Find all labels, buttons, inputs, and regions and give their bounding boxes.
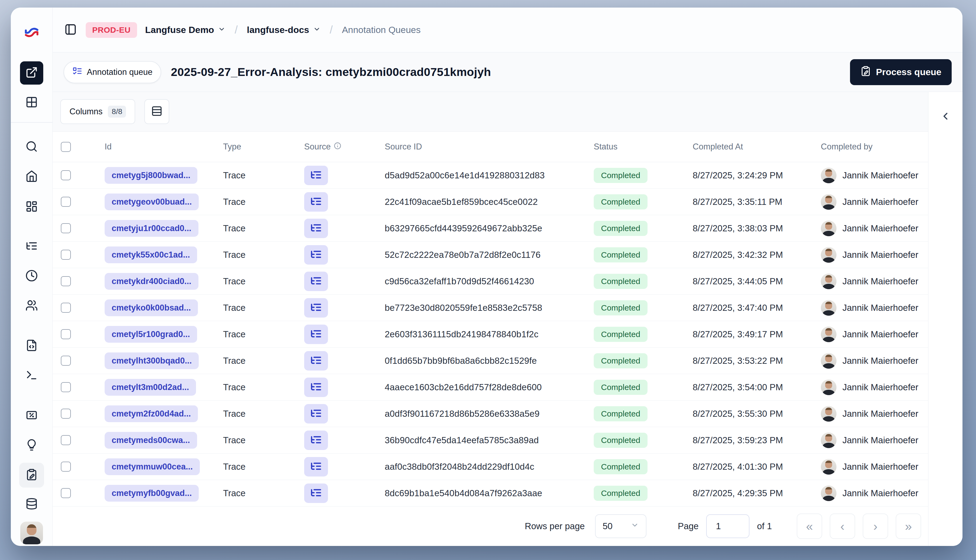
- lightbulb-icon: [25, 438, 38, 452]
- row-id-link[interactable]: cmetym2fz00d4ad...: [105, 405, 198, 422]
- sidebar-item-tracing[interactable]: [19, 234, 44, 259]
- open-in-new-button[interactable]: [20, 62, 43, 85]
- table-row[interactable]: cmetyl5r100grad0... Trace 2e603f31361115…: [53, 321, 928, 348]
- row-completed-by: Jannik Maierhoefer: [843, 170, 918, 180]
- previous-page-button[interactable]: ‹: [830, 513, 855, 539]
- trace-source-button[interactable]: [304, 166, 328, 185]
- trace-source-button[interactable]: [304, 325, 328, 344]
- row-checkbox[interactable]: [61, 197, 71, 207]
- trace-source-button[interactable]: [304, 192, 328, 212]
- header-completed-at[interactable]: Completed At: [692, 142, 821, 152]
- table-row[interactable]: cmetyju1r00ccad0... Trace b63297665cfd44…: [53, 215, 928, 242]
- page-number-input[interactable]: [706, 514, 749, 538]
- breadcrumb-project[interactable]: langfuse-docs: [247, 25, 320, 35]
- sidebar-item-annotation-queues[interactable]: [19, 463, 44, 488]
- sidebar-item-playground[interactable]: [19, 363, 44, 388]
- header-source[interactable]: Source: [304, 142, 385, 152]
- row-checkbox[interactable]: [61, 408, 71, 418]
- process-queue-button[interactable]: Process queue: [850, 59, 952, 85]
- trace-source-button[interactable]: [304, 430, 328, 450]
- row-id-link[interactable]: cmetylt3m00d2ad...: [105, 379, 196, 396]
- row-id-link[interactable]: cmetyk55x00c1ad...: [105, 247, 197, 263]
- table-row[interactable]: cmetykdr400ciad0... Trace c9d56ca32efaff…: [53, 268, 928, 295]
- sidebar-item-dashboards[interactable]: [19, 195, 44, 220]
- trace-source-button[interactable]: [304, 298, 328, 318]
- row-checkbox[interactable]: [61, 462, 71, 472]
- row-checkbox[interactable]: [61, 356, 71, 366]
- row-checkbox[interactable]: [61, 223, 71, 233]
- collapse-panel-button[interactable]: [936, 107, 955, 127]
- header-id[interactable]: Id: [105, 142, 223, 152]
- header-status[interactable]: Status: [594, 142, 692, 152]
- table-row[interactable]: cmetymeds00cwa... Trace 36b90cdfc47e5da1…: [53, 427, 928, 453]
- row-checkbox[interactable]: [61, 382, 71, 392]
- columns-button[interactable]: Columns 8/8: [60, 99, 135, 124]
- row-id-link[interactable]: cmetyl5r100grad0...: [105, 326, 197, 343]
- row-checkbox[interactable]: [61, 303, 71, 313]
- row-checkbox[interactable]: [61, 276, 71, 286]
- environment-badge[interactable]: PROD-EU: [86, 22, 137, 38]
- trace-source-button[interactable]: [304, 483, 328, 503]
- row-id-link[interactable]: cmetykdr400ciad0...: [105, 273, 199, 290]
- row-checkbox[interactable]: [61, 435, 71, 445]
- table-row[interactable]: cmetymmuw00cea... Trace aaf0c38db0f3f204…: [53, 453, 928, 480]
- sidebar-item-datasets[interactable]: [19, 492, 44, 517]
- row-checkbox[interactable]: [61, 170, 71, 180]
- user-avatar: [821, 300, 836, 316]
- row-checkbox[interactable]: [61, 488, 71, 498]
- row-completed-by: Jannik Maierhoefer: [843, 462, 918, 472]
- table-row[interactable]: cmetyg5j800bwad... Trace d5ad9d52a00c6e1…: [53, 162, 928, 188]
- trace-source-button[interactable]: [304, 351, 328, 370]
- info-icon[interactable]: [334, 142, 341, 152]
- row-id-link[interactable]: cmetymmuw00cea...: [105, 458, 200, 475]
- select-all-checkbox[interactable]: [61, 142, 71, 152]
- langfuse-logo-icon: [24, 27, 39, 38]
- table-row[interactable]: cmetym2fz00d4ad... Trace a0df3f901167218…: [53, 400, 928, 427]
- external-link-icon: [25, 66, 38, 80]
- row-id-link[interactable]: cmetyko0k00bsad...: [105, 300, 198, 316]
- table-row[interactable]: cmetyk55x00c1ad... Trace 52c72c2222ea78e…: [53, 242, 928, 268]
- trace-source-button[interactable]: [304, 245, 328, 265]
- sidebar-toggle-button[interactable]: [63, 23, 78, 37]
- chevron-left-icon: ‹: [840, 520, 844, 532]
- table-row[interactable]: cmetymyfb00gvad... Trace 8dc69b1ba1e540b…: [53, 480, 928, 507]
- row-id-link[interactable]: cmetyg5j800bwad...: [105, 167, 197, 184]
- row-checkbox[interactable]: [61, 250, 71, 260]
- breadcrumb-section[interactable]: Annotation Queues: [342, 25, 421, 35]
- sidebar-item-users[interactable]: [19, 293, 44, 318]
- breadcrumb-org[interactable]: Langfuse Demo: [145, 25, 225, 35]
- trace-source-button[interactable]: [304, 404, 328, 423]
- trace-source-button[interactable]: [304, 272, 328, 291]
- table-row[interactable]: cmetyko0k00bsad... Trace be7723e30d80205…: [53, 295, 928, 321]
- table-row[interactable]: cmetygeov00buad... Trace 22c41f09acae5b1…: [53, 188, 928, 215]
- row-type: Trace: [223, 382, 245, 392]
- row-id-link[interactable]: cmetylht300bqad0...: [105, 352, 199, 369]
- row-id-link[interactable]: cmetyju1r00ccad0...: [105, 220, 199, 237]
- trace-source-button[interactable]: [304, 457, 328, 477]
- row-id-link[interactable]: cmetymyfb00gvad...: [105, 485, 199, 502]
- header-source-id[interactable]: Source ID: [385, 142, 594, 152]
- header-type[interactable]: Type: [223, 142, 304, 152]
- table-row[interactable]: cmetylht300bqad0... Trace 0f1dd65b7bb9bf…: [53, 348, 928, 374]
- row-height-button[interactable]: [144, 99, 169, 124]
- sidebar-item-search[interactable]: [19, 135, 44, 160]
- last-page-button[interactable]: »: [896, 513, 921, 539]
- row-id-link[interactable]: cmetygeov00buad...: [105, 193, 199, 210]
- sidebar-item-table-view[interactable]: [19, 90, 44, 115]
- next-page-button[interactable]: ›: [863, 513, 888, 539]
- row-id-link[interactable]: cmetymeds00cwa...: [105, 432, 197, 448]
- annotation-queue-badge[interactable]: Annotation queue: [63, 61, 161, 83]
- sidebar-item-insights[interactable]: [19, 433, 44, 458]
- trace-source-button[interactable]: [304, 218, 328, 238]
- header-completed-by[interactable]: Completed by: [821, 142, 928, 152]
- row-checkbox[interactable]: [61, 329, 71, 339]
- first-page-button[interactable]: «: [797, 513, 822, 539]
- trace-source-button[interactable]: [304, 378, 328, 397]
- sidebar-item-prompts[interactable]: [19, 333, 44, 358]
- sidebar-item-evaluation[interactable]: [19, 403, 44, 428]
- sidebar-item-home[interactable]: [19, 164, 44, 189]
- sidebar-item-sessions[interactable]: [19, 264, 44, 288]
- rows-per-page-select[interactable]: 50: [595, 514, 646, 538]
- user-menu[interactable]: [19, 520, 44, 545]
- table-row[interactable]: cmetylt3m00d2ad... Trace 4aaece1603cb2e1…: [53, 374, 928, 400]
